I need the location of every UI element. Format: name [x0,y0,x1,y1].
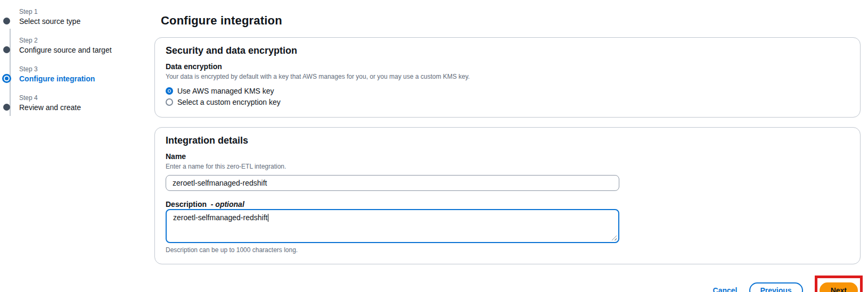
details-card-title: Integration details [166,135,849,146]
security-card-title: Security and data encryption [166,45,849,56]
security-encryption-card: Security and data encryption Data encryp… [154,37,861,118]
radio-custom-key-label: Select a custom encryption key [177,98,281,106]
page-title: Configure integration [161,14,861,28]
name-field-label: Name [166,152,849,161]
step-item-2[interactable]: Step 2 Configure source and target [6,36,149,55]
description-optional-text: - optional [209,200,244,208]
step-4-label[interactable]: Review and create [19,102,149,113]
step-4-number: Step 4 [19,94,149,102]
next-button-highlight-annotation: Next [815,276,863,292]
step-2-label[interactable]: Configure source and target [19,45,149,55]
wizard-page: Step 1 Select source type Step 2 Configu… [0,0,868,292]
wizard-steps-nav: Step 1 Select source type Step 2 Configu… [0,7,149,122]
name-field-description: Enter a name for this zero-ETL integrati… [166,162,849,171]
description-text-value: zeroetl-selfmanaged-redshift [173,213,267,222]
radio-option-custom-key[interactable]: Select a custom encryption key [166,96,849,107]
step-3-number: Step 3 [19,65,149,73]
step-item-3-active[interactable]: Step 3 Configure integration [6,65,149,84]
step-3-active-marker-icon [2,74,11,83]
resize-handle-icon[interactable] [612,236,617,240]
integration-details-card: Integration details Name Enter a name fo… [154,127,861,264]
cancel-button[interactable]: Cancel [713,286,738,292]
step-1-number: Step 1 [19,7,149,16]
wizard-footer-actions: Cancel Previous Next [154,274,861,292]
text-cursor [268,214,268,222]
radio-aws-managed-key-label: Use AWS managed KMS key [177,87,274,95]
data-encryption-description: Your data is encrypted by default with a… [166,72,849,81]
step-2-number: Step 2 [19,36,149,45]
previous-button[interactable]: Previous [749,282,803,292]
radio-unselected-icon[interactable] [166,98,173,106]
step-item-4[interactable]: Step 4 Review and create [6,94,149,113]
radio-selected-icon[interactable] [166,87,173,95]
description-hint: Description can be up to 1000 characters… [166,246,849,254]
integration-name-input[interactable] [166,175,619,191]
integration-description-textarea[interactable]: zeroetl-selfmanaged-redshift [166,209,619,243]
main-content: Configure integration Security and data … [154,13,861,292]
step-4-marker-icon [3,104,10,111]
step-1-marker-icon [3,18,10,24]
step-3-label[interactable]: Configure integration [19,73,149,84]
step-item-1[interactable]: Step 1 Select source type [6,7,149,27]
step-2-marker-icon [3,46,10,53]
spacer [166,191,849,199]
next-button[interactable]: Next [820,282,858,292]
description-field-label: Description - optional [166,199,849,209]
step-1-label[interactable]: Select source type [19,16,149,27]
radio-option-aws-managed-key[interactable]: Use AWS managed KMS key [166,85,849,96]
data-encryption-label: Data encryption [166,62,849,71]
description-label-text: Description [166,200,207,208]
